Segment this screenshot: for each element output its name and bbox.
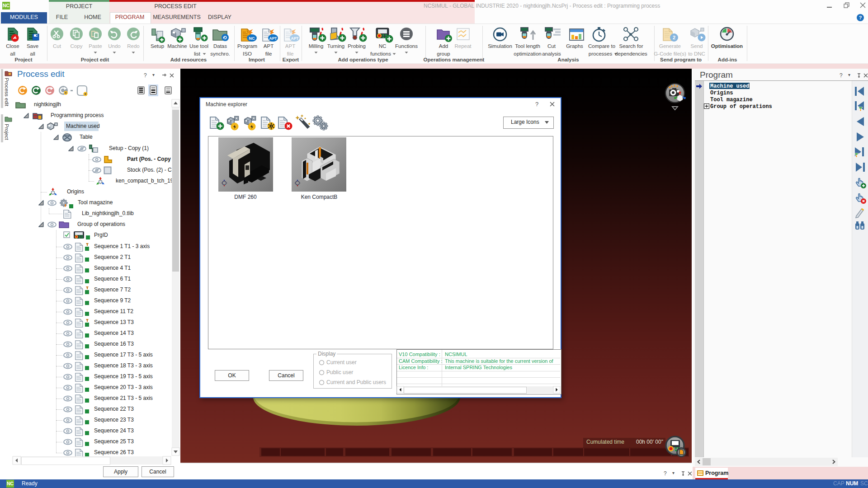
svg-text:NC: NC (249, 36, 255, 41)
svg-text:?: ? (859, 15, 862, 20)
svg-text:2: 2 (673, 35, 675, 40)
svg-text:APT: APT (269, 36, 278, 41)
svg-text:APT: APT (291, 36, 299, 41)
